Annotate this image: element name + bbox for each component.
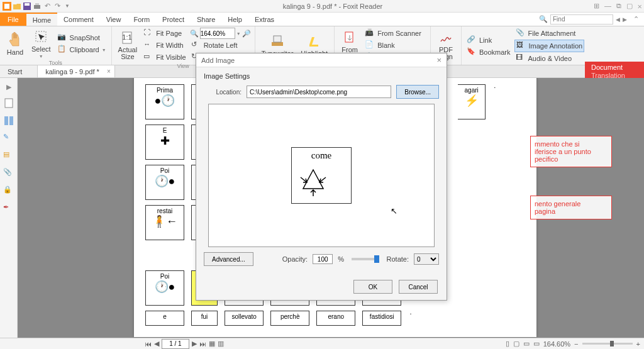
zoom-input[interactable]: [200, 28, 235, 39]
file-attachment[interactable]: 📎File Attachment: [514, 28, 585, 39]
tab-form[interactable]: Form: [127, 13, 156, 26]
opacity-slider[interactable]: [352, 258, 379, 260]
prev-page-icon[interactable]: ◀: [154, 340, 159, 348]
bookmarks-panel-icon[interactable]: [3, 97, 14, 109]
open-icon[interactable]: [13, 2, 21, 11]
from-file-icon: [342, 30, 357, 45]
audio-video[interactable]: 🎞Audio & Video: [514, 53, 585, 64]
tab-help[interactable]: Help: [221, 13, 248, 26]
view-mode2-icon[interactable]: ▥: [218, 340, 224, 348]
image-icon: 🖼: [516, 41, 526, 51]
camera-icon: 📷: [57, 33, 67, 43]
fit-width[interactable]: ↔Fit Width: [142, 40, 187, 51]
zoom-slider[interactable]: [582, 343, 633, 345]
actual-size[interactable]: 1:1 Actual Size: [116, 28, 140, 63]
ok-button[interactable]: OK: [353, 280, 392, 294]
comments-panel-icon[interactable]: ✎: [3, 133, 14, 144]
panel-toggle-icon[interactable]: ▶: [6, 83, 11, 91]
fit-width-icon: ↔: [143, 40, 153, 50]
first-page-icon[interactable]: ⏮: [145, 340, 152, 348]
svg-rect-8: [272, 42, 283, 46]
print-icon[interactable]: [33, 2, 42, 11]
tab-share[interactable]: Share: [191, 13, 221, 26]
blank-page[interactable]: 📄Blank: [364, 40, 426, 51]
zoom-out-icon[interactable]: 🔍: [190, 30, 199, 38]
tab-extras[interactable]: Extras: [248, 13, 280, 26]
zoom-in-btn[interactable]: +: [636, 340, 640, 348]
qat-dropdown-icon[interactable]: ▼: [63, 2, 72, 11]
blank-icon: 📄: [365, 40, 375, 50]
select-tool[interactable]: Select ▼: [29, 28, 53, 60]
zoom-combo[interactable]: 🔍 ▼ 🔎: [190, 28, 251, 39]
tab-comment[interactable]: Comment: [57, 13, 100, 26]
security-panel-icon[interactable]: 🔒: [3, 186, 14, 197]
bookmark-tool[interactable]: 🔖Bookmark: [465, 47, 512, 58]
tab-home[interactable]: Home: [26, 13, 57, 26]
layout-facing-icon[interactable]: ▭: [523, 340, 530, 348]
tab-document[interactable]: kalinga 9 - 9.pdf *×: [38, 65, 115, 77]
rotate-select[interactable]: 0: [414, 253, 439, 265]
hand-tool[interactable]: Hand: [4, 28, 26, 60]
undo-icon[interactable]: ↶: [43, 2, 52, 11]
svg-rect-12: [5, 99, 13, 108]
browse-button[interactable]: Browse...: [396, 85, 439, 99]
maximize-icon[interactable]: ▢: [626, 2, 633, 10]
fit-visible[interactable]: ▭Fit Visible: [142, 52, 187, 63]
find-prev-icon[interactable]: ◀: [616, 16, 620, 23]
symbol-card: Poi🕐●: [145, 270, 184, 306]
svg-text:1:1: 1:1: [122, 33, 131, 41]
sign-icon: [438, 30, 453, 45]
fit-page[interactable]: ⛶Fit Page: [142, 28, 187, 39]
tab-protect[interactable]: Protect: [156, 13, 191, 26]
fit-visible-icon: ▭: [143, 52, 153, 62]
snapshot-tool[interactable]: 📷SnapShot: [56, 32, 108, 43]
close-icon[interactable]: ⨉: [638, 2, 641, 10]
zoom-slider-thumb[interactable]: [610, 341, 614, 346]
layout-cont-icon[interactable]: ▢: [513, 340, 519, 348]
layout-single-icon[interactable]: ▯: [506, 340, 509, 348]
last-page-icon[interactable]: ⏭: [199, 340, 206, 348]
advanced-button[interactable]: Advanced...: [204, 252, 253, 266]
symbol-card: e: [145, 311, 184, 326]
select-icon: [33, 29, 48, 44]
signatures-panel-icon[interactable]: ✒: [3, 203, 14, 214]
location-input[interactable]: [247, 86, 391, 98]
ribbon-collapse-icon[interactable]: ⌃: [633, 15, 639, 23]
opacity-input[interactable]: [313, 254, 333, 264]
minimize-icon[interactable]: —: [604, 2, 611, 10]
view-mode-icon[interactable]: ▦: [209, 340, 215, 348]
attachments-panel-icon[interactable]: 📎: [3, 168, 14, 179]
tab-start[interactable]: Start: [0, 65, 38, 77]
title-bar: ↶ ↷ ▼ kalinga 9 - 9.pdf * - Foxit Reader…: [0, 0, 644, 13]
save-icon[interactable]: [23, 2, 31, 11]
ribbon-options-icon[interactable]: ⊞: [594, 2, 599, 10]
slider-thumb[interactable]: [374, 255, 379, 263]
restore-icon[interactable]: ⧉: [616, 2, 621, 10]
typewriter-icon: [270, 33, 285, 48]
tab-close-icon[interactable]: ×: [107, 68, 111, 75]
clipboard-tool[interactable]: 📋Clipboard▼: [56, 44, 108, 55]
app-icon: [3, 2, 11, 11]
link-tool[interactable]: 🔗Link: [465, 35, 512, 46]
dialog-close-icon[interactable]: ×: [436, 55, 441, 65]
menu-bar: File Home Comment View Form Protect Shar…: [0, 13, 644, 26]
find-input[interactable]: [550, 14, 613, 25]
zoom-in-icon[interactable]: 🔎: [242, 30, 251, 38]
image-annotation[interactable]: 🖼Image Annotation: [514, 40, 585, 52]
cancel-button[interactable]: Cancel: [399, 280, 438, 294]
next-page-icon[interactable]: ▶: [192, 340, 197, 348]
find-box: 🔍 ◀ ▶ ⌃: [539, 13, 639, 26]
find-next-icon[interactable]: ▶: [623, 16, 627, 23]
pages-panel-icon[interactable]: [3, 115, 14, 126]
zoom-out-btn[interactable]: −: [574, 340, 578, 348]
tab-view[interactable]: View: [100, 13, 128, 26]
rotate-left[interactable]: ↺Rotate Left: [190, 40, 251, 51]
layers-panel-icon[interactable]: ▤: [3, 150, 14, 162]
file-menu[interactable]: File: [0, 13, 26, 26]
scanner-icon: 📠: [365, 28, 375, 38]
symbol-card: agari⚡: [458, 84, 486, 119]
layout-cont-facing-icon[interactable]: ▭: [533, 340, 540, 348]
from-scanner[interactable]: 📠From Scanner: [364, 28, 426, 39]
page-input[interactable]: [162, 339, 189, 349]
redo-icon[interactable]: ↷: [53, 2, 62, 11]
